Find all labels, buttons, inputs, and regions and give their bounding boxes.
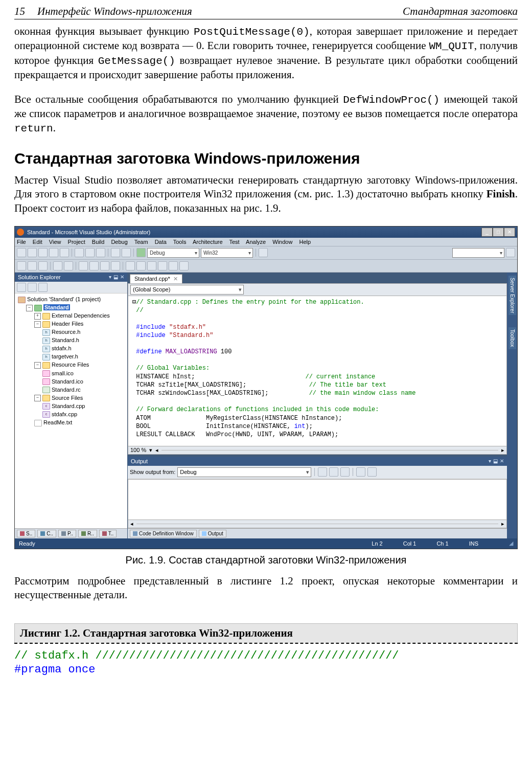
tb-icon[interactable] [179,261,189,270]
undo-icon[interactable] [111,248,120,257]
tab-solution[interactable]: S.. [17,530,35,537]
tree-source-files[interactable]: −Source Files cStandard.cpp cstdafx.cpp [34,394,125,419]
doc-tab-standard-cpp[interactable]: Standard.cpp* ✕ [130,274,182,283]
redo-icon[interactable] [122,248,131,257]
menu-team[interactable]: Team [134,239,148,245]
zoom-level[interactable]: 100 % [130,447,146,453]
menu-window[interactable]: Window [272,239,292,245]
find-icon[interactable] [318,467,327,477]
tab-code-definition[interactable]: Code Definition Window [130,530,197,537]
open-icon[interactable] [38,248,48,257]
wrap-icon[interactable] [367,467,377,477]
tree-header-files[interactable]: −Header Files hResource.h hStandard.h hs… [34,320,125,361]
start-debug-icon[interactable] [136,248,146,257]
toolbox-tab[interactable]: Toolbox [508,327,516,349]
tab-class[interactable]: C.. [37,530,56,537]
tree-file[interactable]: hstdafx.h [42,345,125,353]
tb-icon[interactable] [169,261,178,270]
cut-icon[interactable] [75,248,84,257]
server-explorer-tab[interactable]: Server Explorer [508,276,516,315]
menu-architecture[interactable]: Architecture [193,239,223,245]
new-file-icon[interactable] [28,248,37,257]
menu-test[interactable]: Test [229,239,239,245]
close-tab-icon[interactable]: ✕ [173,276,178,282]
menu-debug[interactable]: Debug [111,239,127,245]
panel-pin-icon[interactable]: ⬓ [493,458,498,464]
resize-grip-icon[interactable]: ◢ [509,540,513,547]
home-icon[interactable] [17,283,26,292]
collapse-icon[interactable]: − [34,362,41,369]
menu-build[interactable]: Build [92,239,104,245]
tb-icon[interactable] [53,261,62,270]
titlebar[interactable]: Standard - Microsoft Visual Studio (Admi… [15,227,517,238]
tree-external-deps[interactable]: +External Dependencies [34,312,125,320]
tree-solution[interactable]: Solution 'Standard' (1 project) −Standar… [18,296,125,427]
tree-file[interactable]: cstdafx.cpp [42,411,125,419]
config-select[interactable]: Debug [147,248,199,258]
next-icon[interactable] [340,467,350,477]
tb-icon[interactable] [100,261,109,270]
tb-icon[interactable] [89,261,99,270]
tree-file[interactable]: hStandard.h [42,336,125,345]
expand-icon[interactable]: + [34,313,41,320]
menu-analyze[interactable]: Analyze [246,239,266,245]
save-all-icon[interactable] [60,248,69,257]
tb-icon[interactable] [126,261,135,270]
tree-file[interactable]: ReadMe.txt [34,419,125,427]
output-text[interactable] [128,479,507,520]
tree-file[interactable]: Standard.rc [42,386,125,394]
tb-icon[interactable] [28,261,37,270]
panel-close-icon[interactable]: ✕ [120,274,124,280]
tree-project[interactable]: −Standard +External Dependencies −Header… [26,304,125,427]
menu-project[interactable]: Project [68,239,85,245]
refresh-icon[interactable] [28,283,37,292]
find-icon[interactable] [259,248,268,257]
tree-file[interactable]: Standard.ico [42,378,125,386]
tree-file[interactable]: htargetver.h [42,353,125,361]
menu-tools[interactable]: Tools [173,239,187,245]
maximize-button[interactable]: □ [493,228,504,237]
code-editor[interactable]: ⊟// Standard.cpp : Defines the entry poi… [128,296,507,446]
zoom-dropdown-icon[interactable]: ▾ [149,447,152,454]
panel-pin-icon[interactable]: ⬓ [113,274,118,280]
tree-file[interactable]: cStandard.cpp [42,402,125,411]
menu-edit[interactable]: Edit [33,239,42,245]
tb-icon[interactable] [79,261,88,270]
tb-icon[interactable] [136,261,146,270]
output-from-select[interactable]: Debug [177,467,311,477]
platform-select[interactable]: Win32 [201,248,253,258]
paste-icon[interactable] [96,248,105,257]
tree-resource-files[interactable]: −Resource Files small.ico Standard.ico S… [34,361,125,394]
menu-file[interactable]: File [17,239,26,245]
scroll-left-icon[interactable]: ◂ [155,447,158,454]
tree-file[interactable]: small.ico [42,370,125,378]
toolbar-overflow-icon[interactable] [506,248,515,257]
panel-close-icon[interactable]: ✕ [500,458,504,464]
tb-icon[interactable] [38,261,48,270]
tab-resource[interactable]: R.. [78,530,97,537]
tb-icon[interactable] [147,261,156,270]
collapse-icon[interactable]: − [26,305,33,311]
properties-icon[interactable] [38,283,48,292]
clear-icon[interactable] [356,467,365,477]
minimize-button[interactable]: _ [481,228,493,237]
scroll-right-icon[interactable]: ▸ [501,447,504,454]
search-select[interactable] [452,248,504,258]
tab-team[interactable]: T.. [99,530,117,537]
menu-help[interactable]: Help [299,239,311,245]
solution-tree[interactable]: Solution 'Standard' (1 project) −Standar… [15,294,127,528]
tb-icon[interactable] [158,261,167,270]
new-project-icon[interactable] [17,248,26,257]
prev-icon[interactable] [329,467,338,477]
scroll-right-icon[interactable]: ▸ [501,521,504,527]
menu-data[interactable]: Data [155,239,167,245]
tree-file[interactable]: hResource.h [42,328,125,336]
copy-icon[interactable] [85,248,95,257]
collapse-icon[interactable]: − [34,321,41,328]
panel-dropdown-icon[interactable]: ▾ [109,274,111,280]
menu-view[interactable]: View [49,239,61,245]
collapse-icon[interactable]: − [34,395,41,401]
tab-property[interactable]: P.. [58,530,76,537]
scope-select[interactable]: (Global Scope) [130,285,244,295]
scroll-left-icon[interactable]: ◂ [130,521,133,527]
